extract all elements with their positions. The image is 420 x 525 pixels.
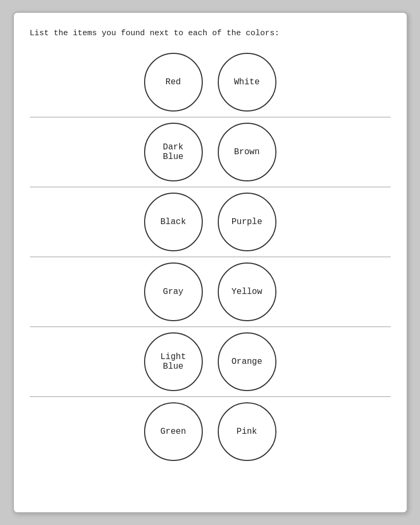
circles-group-2: Dark BlueBrown (30, 123, 391, 181)
color-row-2: Dark BlueBrown (30, 117, 391, 187)
circle-light-blue: Light Blue (144, 332, 203, 391)
circles-group-5: Light BlueOrange (30, 332, 391, 391)
circle-orange: Orange (218, 332, 276, 391)
circles-group-1: RedWhite (30, 53, 391, 112)
circle-dark-blue: Dark Blue (144, 123, 203, 181)
circles-group-3: BlackPurple (30, 193, 391, 251)
circle-white: White (218, 53, 276, 112)
instruction-text: List the items you found next to each of… (30, 29, 391, 38)
color-row-3: BlackPurple (30, 187, 391, 257)
color-row-5: Light BlueOrange (30, 327, 391, 397)
rows-container: RedWhiteDark BlueBrownBlackPurpleGrayYel… (30, 47, 391, 496)
circle-pink: Pink (218, 402, 276, 461)
color-row-1: RedWhite (30, 47, 391, 117)
circle-purple: Purple (218, 193, 276, 251)
circle-yellow: Yellow (218, 262, 276, 321)
color-row-6: GreenPink (30, 397, 391, 466)
circle-gray: Gray (144, 262, 203, 321)
worksheet-page: List the items you found next to each of… (13, 12, 408, 513)
circle-red: Red (144, 53, 203, 112)
circles-group-6: GreenPink (30, 402, 391, 461)
circle-green: Green (144, 402, 203, 461)
circle-black: Black (144, 193, 203, 251)
circles-group-4: GrayYellow (30, 262, 391, 321)
color-row-4: GrayYellow (30, 257, 391, 327)
circle-brown: Brown (218, 123, 276, 181)
